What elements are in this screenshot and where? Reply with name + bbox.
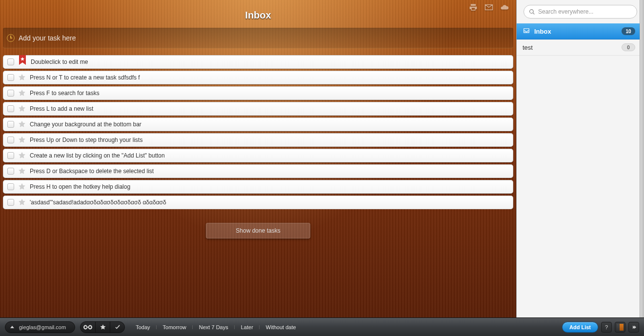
check-icon[interactable] <box>110 322 124 333</box>
task-checkbox[interactable] <box>7 90 14 97</box>
date-filters: TodayTomorrowNext 7 DaysLaterWithout dat… <box>134 324 298 330</box>
task-row[interactable]: Press D or Backspace to delete the selec… <box>3 164 513 178</box>
filter-next-7-days[interactable]: Next 7 Days <box>197 324 230 330</box>
star-icon[interactable] <box>18 152 26 159</box>
mail-icon[interactable] <box>484 3 494 12</box>
task-row[interactable]: 'asdasd'"sadasd!adadασδαδασδσδασδασδ αδα… <box>3 196 513 209</box>
search-icon <box>529 9 535 15</box>
task-label: Doubleclick to edit me <box>31 59 509 65</box>
filter-later[interactable]: Later <box>239 324 255 330</box>
task-checkbox[interactable] <box>7 105 14 112</box>
task-checkbox[interactable] <box>7 152 14 159</box>
main-panel: Inbox Doubleclick to edit mePress N or T… <box>0 0 516 317</box>
task-label: Change your background at the bottom bar <box>30 121 509 128</box>
star-icon[interactable] <box>18 198 26 206</box>
task-row[interactable]: Press F to search for tasks <box>3 86 513 100</box>
task-label: Create a new list by clicking on the "Ad… <box>30 152 509 159</box>
sidebar-list-item[interactable]: Inbox10 <box>517 23 644 40</box>
task-label: Press Up or Down to step through your li… <box>30 137 509 143</box>
star-icon[interactable] <box>18 136 26 144</box>
filter-today[interactable]: Today <box>134 324 152 330</box>
list-name: test <box>523 44 618 51</box>
list-name: Inbox <box>534 28 618 35</box>
show-done-button[interactable]: Show done tasks <box>206 223 310 238</box>
star-icon[interactable] <box>95 322 110 333</box>
add-task-row[interactable] <box>3 28 513 48</box>
inbox-icon <box>523 28 530 35</box>
task-checkbox[interactable] <box>7 74 14 81</box>
task-row[interactable]: Press N or T to create a new task sdfsdf… <box>3 71 513 84</box>
task-label: Press L to add a new list <box>30 105 509 112</box>
sidebar-list-item[interactable]: test0 <box>517 40 644 56</box>
list-count-badge: 10 <box>622 27 635 35</box>
star-icon[interactable] <box>18 105 26 113</box>
task-checkbox[interactable] <box>7 183 14 190</box>
star-icon[interactable] <box>18 74 26 81</box>
task-label: Press F to search for tasks <box>30 90 509 97</box>
task-list: Doubleclick to edit mePress N or T to cr… <box>0 48 516 209</box>
search-input[interactable] <box>538 8 632 15</box>
top-icon-bar <box>468 3 509 12</box>
filter-without-date[interactable]: Without date <box>264 324 298 330</box>
lists-container: Inbox10test0 <box>517 23 644 56</box>
infinity-icon[interactable] <box>80 322 95 333</box>
task-row[interactable]: Press H to open the hotkey help dialog <box>3 180 513 194</box>
task-row[interactable]: Change your background at the bottom bar <box>3 118 513 131</box>
task-checkbox[interactable] <box>7 168 14 175</box>
print-icon[interactable] <box>468 3 478 12</box>
star-icon[interactable] <box>18 120 26 128</box>
star-icon[interactable] <box>18 183 26 191</box>
clock-icon <box>7 34 15 42</box>
flag-icon[interactable] <box>18 55 27 67</box>
bottom-bar: gieglas@gmail.com TodayTomorrowNext 7 Da… <box>0 317 644 336</box>
add-list-button[interactable]: Add List <box>562 322 598 333</box>
cloud-icon[interactable] <box>500 3 509 12</box>
task-checkbox[interactable] <box>7 121 14 128</box>
help-button[interactable]: ? <box>601 322 612 333</box>
account-menu[interactable]: gieglas@gmail.com <box>5 321 75 333</box>
task-label: 'asdasd'"sadasd!adadασδαδασδσδασδασδ αδα… <box>30 199 509 206</box>
view-icon-group <box>80 321 125 333</box>
star-icon[interactable] <box>18 167 26 175</box>
triangle-up-icon <box>10 326 14 328</box>
task-label: Press D or Backspace to delete the selec… <box>30 168 509 175</box>
star-icon[interactable] <box>18 89 26 97</box>
add-task-input[interactable] <box>19 34 509 42</box>
sidebar: Inbox10test0 <box>516 0 644 317</box>
task-row[interactable]: Press L to add a new list <box>3 102 513 116</box>
page-title: Inbox <box>0 0 516 26</box>
task-checkbox[interactable] <box>7 199 14 206</box>
task-label: Press N or T to create a new task sdfsdf… <box>30 74 509 81</box>
task-row[interactable]: Doubleclick to edit me <box>3 55 513 69</box>
account-email: gieglas@gmail.com <box>19 324 66 330</box>
background-chooser-button[interactable] <box>615 322 625 333</box>
task-checkbox[interactable] <box>7 137 14 143</box>
list-count-badge: 0 <box>622 43 635 51</box>
search-box[interactable] <box>523 5 637 19</box>
collapse-sidebar-button[interactable] <box>628 322 639 333</box>
task-row[interactable]: Press Up or Down to step through your li… <box>3 133 513 147</box>
task-checkbox[interactable] <box>7 59 14 65</box>
task-row[interactable]: Create a new list by clicking on the "Ad… <box>3 149 513 162</box>
filter-tomorrow[interactable]: Tomorrow <box>161 324 188 330</box>
task-label: Press H to open the hotkey help dialog <box>30 183 509 190</box>
